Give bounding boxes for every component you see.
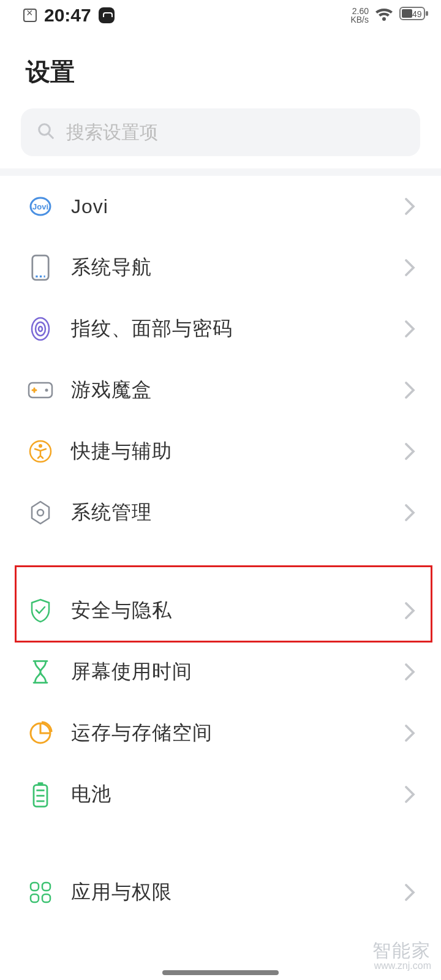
row-label: 游戏魔盒 <box>71 377 404 404</box>
search-icon <box>37 122 55 143</box>
svg-point-17 <box>37 510 43 516</box>
wifi-icon <box>375 8 393 23</box>
svg-rect-26 <box>31 894 39 902</box>
row-accessibility[interactable]: 快捷与辅助 <box>0 421 441 482</box>
svg-point-16 <box>39 444 42 448</box>
chevron-right-icon <box>404 883 415 902</box>
svg-point-12 <box>39 326 42 331</box>
status-time: 20:47 <box>44 5 91 26</box>
row-label: 运存与存储空间 <box>71 720 404 747</box>
svg-rect-24 <box>31 883 39 891</box>
chevron-right-icon <box>404 724 415 742</box>
home-indicator[interactable] <box>162 970 279 975</box>
battery-icon: 49 <box>399 6 429 25</box>
svg-rect-2 <box>402 9 412 18</box>
row-system-management[interactable]: 系统管理 <box>0 482 441 543</box>
row-game-box[interactable]: 游戏魔盒 <box>0 360 441 421</box>
row-label: 快捷与辅助 <box>71 438 404 465</box>
svg-text:49: 49 <box>412 9 422 19</box>
row-screen-time[interactable]: 屏幕使用时间 <box>0 641 441 703</box>
row-label: 安全与隐私 <box>71 597 404 624</box>
jovi-icon: Jovi <box>27 193 54 220</box>
chevron-right-icon <box>404 442 415 461</box>
svg-rect-27 <box>42 894 50 902</box>
search-input[interactable] <box>66 122 404 143</box>
chevron-right-icon <box>404 258 415 277</box>
netspeed-value: 2.60 <box>350 7 369 15</box>
hex-gear-icon <box>27 499 54 526</box>
chevron-right-icon <box>404 785 415 804</box>
sim-off-icon <box>23 9 37 22</box>
group-spacer <box>0 543 441 580</box>
chevron-right-icon <box>404 197 415 216</box>
row-label: 系统导航 <box>71 254 404 281</box>
section-divider <box>0 168 441 176</box>
row-storage[interactable]: 运存与存储空间 <box>0 703 441 764</box>
settings-list: Jovi Jovi 系统导航 指纹、面部与密码 游戏魔盒 快捷与辅助 <box>0 176 441 923</box>
phone-nav-icon <box>27 254 54 281</box>
svg-rect-25 <box>42 883 50 891</box>
svg-line-5 <box>48 134 53 138</box>
chevron-right-icon <box>404 663 415 681</box>
status-left: 20:47 <box>23 5 115 26</box>
status-right: 2.60 KB/s 49 <box>350 6 429 25</box>
row-label: 指纹、面部与密码 <box>71 315 404 342</box>
row-jovi[interactable]: Jovi Jovi <box>0 176 441 237</box>
row-apps-permissions[interactable]: 应用与权限 <box>0 862 441 923</box>
row-system-navigation[interactable]: 系统导航 <box>0 237 441 298</box>
chevron-right-icon <box>404 503 415 522</box>
netspeed-unit: KB/s <box>350 15 369 24</box>
battery-icon <box>27 781 54 808</box>
row-label: Jovi <box>71 195 404 218</box>
svg-point-10 <box>32 318 49 340</box>
row-security-privacy[interactable]: 安全与隐私 <box>0 580 441 641</box>
apps-grid-icon <box>27 879 54 906</box>
page-title: 设置 <box>0 31 441 108</box>
svg-point-11 <box>36 322 45 336</box>
watermark-en: www.znj.com <box>372 960 431 971</box>
svg-point-14 <box>45 389 48 392</box>
bag-icon <box>99 7 115 23</box>
search-bar[interactable] <box>21 108 420 156</box>
row-label: 系统管理 <box>71 499 404 526</box>
accessibility-icon <box>27 438 54 465</box>
chevron-right-icon <box>404 601 415 620</box>
row-label: 屏幕使用时间 <box>71 658 404 685</box>
shield-check-icon <box>27 597 54 624</box>
network-speed: 2.60 KB/s <box>350 7 369 24</box>
pie-chart-icon <box>27 720 54 747</box>
watermark-cn: 智能家 <box>372 940 431 960</box>
row-battery[interactable]: 电池 <box>0 764 441 825</box>
row-label: 电池 <box>71 781 404 808</box>
svg-rect-1 <box>426 11 428 16</box>
row-biometrics-password[interactable]: 指纹、面部与密码 <box>0 298 441 360</box>
svg-rect-20 <box>38 782 43 785</box>
hourglass-icon <box>27 658 54 685</box>
group-spacer <box>0 825 441 862</box>
svg-text:Jovi: Jovi <box>32 202 48 211</box>
fingerprint-icon <box>27 315 54 342</box>
watermark: 智能家 www.znj.com <box>372 940 431 971</box>
chevron-right-icon <box>404 381 415 399</box>
row-label: 应用与权限 <box>71 879 404 906</box>
status-bar: 20:47 2.60 KB/s 49 <box>0 0 441 31</box>
gamepad-icon <box>27 377 54 404</box>
chevron-right-icon <box>404 320 415 338</box>
